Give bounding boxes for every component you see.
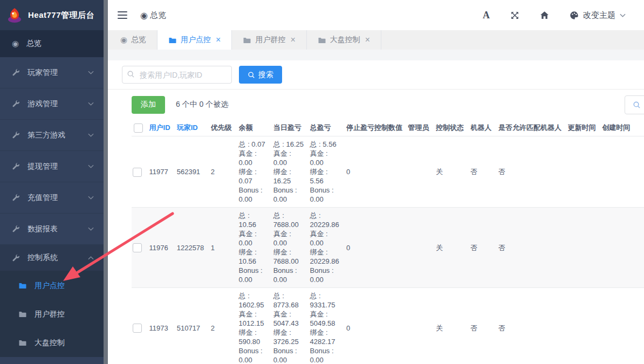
sidebar-menu: 玩家管理 游戏管理 第三方游戏 提现管理 充值管理 数据报表 控制系统 用户点控… (0, 57, 104, 364)
app-title: Heat777管理后台 (28, 10, 94, 20)
column-header[interactable]: 玩家ID (177, 120, 211, 136)
cell-allow-match-robot: 否 (498, 208, 568, 288)
tab-market-control[interactable]: 大盘控制× (307, 30, 381, 50)
sidebar-item-label: 提现管理 (28, 162, 80, 171)
theme-label: 改变主题 (583, 10, 615, 20)
cell-priority: 2 (211, 136, 239, 208)
menu-toggle-icon[interactable] (118, 11, 127, 19)
close-icon[interactable]: × (365, 36, 370, 44)
cell-player-id: 1222578 (177, 208, 211, 288)
column-search-button[interactable] (625, 95, 644, 114)
tab-label: 总览 (131, 35, 146, 45)
tab-user-point-control[interactable]: 用户点控× (157, 30, 232, 50)
cell-robot: 否 (470, 208, 498, 288)
cell-admin (408, 208, 436, 288)
sidebar-item-overview[interactable]: ◉ 总览 (0, 30, 104, 57)
sidebar: Heat777管理后台 ◉ 总览 玩家管理 游戏管理 第三方游戏 提现管理 充值… (0, 0, 104, 364)
sidebar-item-label: 充值管理 (28, 193, 80, 203)
chevron-down-icon (620, 13, 626, 17)
cell-daily-pl: 总 : 16.25 真金 : 0.00 绑金 : 16.25 Bonus : 0… (273, 136, 310, 208)
sidebar-item-label: 玩家管理 (28, 68, 80, 78)
top-navbar: ◉ 总览 A 改变主题 (108, 0, 644, 30)
tab-bar: ◉ 总览 用户点控× 用户群控× 大盘控制× (108, 30, 644, 50)
cell-updated-at (568, 136, 602, 208)
row-checkbox[interactable] (133, 168, 142, 177)
cell-stop-value: 0 (346, 208, 408, 288)
close-icon[interactable]: × (216, 36, 221, 44)
sidebar-item-third-party-games[interactable]: 第三方游戏 (0, 120, 104, 151)
column-header: 停止盈亏控制数值 (346, 120, 408, 136)
search-icon (127, 70, 135, 78)
main-area: ◉ 总览 A 改变主题 ◉ 总览 用户点控× 用户群控× (108, 0, 644, 364)
cell-created-at (602, 208, 644, 288)
select-all-checkbox[interactable] (134, 123, 143, 133)
cell-daily-pl: 总 : 8773.68 真金 : 5047.43 绑金 : 3726.25 Bo… (273, 288, 310, 364)
search-button-label: 搜索 (258, 70, 273, 80)
cell-updated-at (568, 288, 602, 364)
cell-robot: 否 (470, 136, 498, 208)
search-button[interactable]: 搜索 (239, 66, 282, 84)
cell-stop-value: 0 (346, 288, 408, 364)
cell-created-at (602, 136, 644, 208)
table-row: 119775623912总 : 0.07 真金 : 0.00 绑金 : 0.07… (132, 136, 644, 208)
cell-priority: 2 (211, 288, 239, 364)
sidebar-item-deposit[interactable]: 充值管理 (0, 182, 104, 214)
cell-total-pl: 总 : 20229.86 真金 : 0.00 绑金 : 20229.86 Bon… (310, 208, 346, 288)
search-input[interactable] (122, 66, 232, 84)
fullscreen-icon[interactable] (510, 11, 519, 20)
home-icon[interactable] (540, 11, 549, 20)
sidebar-item-games[interactable]: 游戏管理 (0, 88, 104, 120)
cell-control-state: 关 (436, 208, 470, 288)
sidebar-item-withdrawal[interactable]: 提现管理 (0, 151, 104, 182)
app-logo-row[interactable]: Heat777管理后台 (0, 0, 104, 30)
sidebar-overview-label: 总览 (26, 39, 42, 49)
column-header: 是否允许匹配机器人 (498, 120, 568, 136)
table-toolbar: 添加 6 个中 0 个被选 (108, 90, 644, 120)
cell-user-id: 11977 (149, 136, 177, 208)
tab-user-group-control[interactable]: 用户群控× (232, 30, 306, 50)
column-header: 当日盈亏 (273, 120, 310, 136)
table-row: 119735107172总 : 1602.95 真金 : 1012.15 绑金 … (132, 288, 644, 364)
navbar-actions: A 改变主题 (483, 10, 626, 21)
row-select-cell (132, 136, 149, 208)
sidebar-item-players[interactable]: 玩家管理 (0, 57, 104, 88)
sidebar-item-user-point-control[interactable]: 用户点控 (0, 271, 104, 300)
sidebar-item-market-control[interactable]: 大盘控制 (0, 328, 104, 357)
column-header: 优先级 (211, 120, 239, 136)
cell-balance: 总 : 1602.95 真金 : 1012.15 绑金 : 590.80 Bon… (239, 288, 273, 364)
select-all-header (132, 120, 149, 136)
row-checkbox[interactable] (133, 324, 142, 333)
sidebar-item-control-system[interactable]: 控制系统 (0, 245, 104, 271)
column-header: 总盈亏 (310, 120, 346, 136)
cell-balance: 总 : 10.56 真金 : 0.00 绑金 : 10.56 Bonus : 0… (239, 208, 273, 288)
cell-allow-match-robot: 否 (498, 136, 568, 208)
cell-player-id: 510717 (177, 288, 211, 364)
cell-allow-match-robot: 否 (498, 288, 568, 364)
sidebar-item-label: 控制系统 (28, 253, 80, 263)
column-header: 机器人 (470, 120, 498, 136)
cell-updated-at (568, 208, 602, 288)
breadcrumb[interactable]: ◉ 总览 (140, 10, 166, 20)
add-button[interactable]: 添加 (132, 96, 165, 114)
cell-total-pl: 总 : 9331.75 真金 : 5049.58 绑金 : 4282.17 Bo… (310, 288, 346, 364)
tab-label: 用户群控 (255, 35, 285, 45)
tab-overview[interactable]: ◉ 总览 (109, 30, 157, 50)
cell-robot: 否 (470, 288, 498, 364)
theme-picker[interactable]: 改变主题 (570, 10, 626, 20)
cell-user-id: 11976 (149, 208, 177, 288)
sidebar-item-permissions[interactable]: 权限管理 (0, 357, 104, 364)
row-checkbox[interactable] (133, 243, 142, 252)
sidebar-item-user-group-control[interactable]: 用户群控 (0, 300, 104, 328)
font-size-icon[interactable]: A (483, 10, 490, 21)
sidebar-item-reports[interactable]: 数据报表 (0, 214, 104, 245)
sidebar-item-label: 第三方游戏 (28, 131, 80, 140)
sidebar-item-label: 数据报表 (28, 224, 80, 234)
cell-created-at (602, 288, 644, 364)
column-header[interactable]: 用户ID (149, 120, 177, 136)
column-header: 控制状态 (436, 120, 470, 136)
table-body: 119775623912总 : 0.07 真金 : 0.00 绑金 : 0.07… (132, 136, 644, 364)
column-header: 更新时间 (568, 120, 602, 136)
content-panel: 搜索 添加 6 个中 0 个被选 用户ID玩家 (108, 60, 644, 364)
workspace: 搜索 添加 6 个中 0 个被选 用户ID玩家 (108, 50, 644, 364)
close-icon[interactable]: × (290, 36, 295, 44)
